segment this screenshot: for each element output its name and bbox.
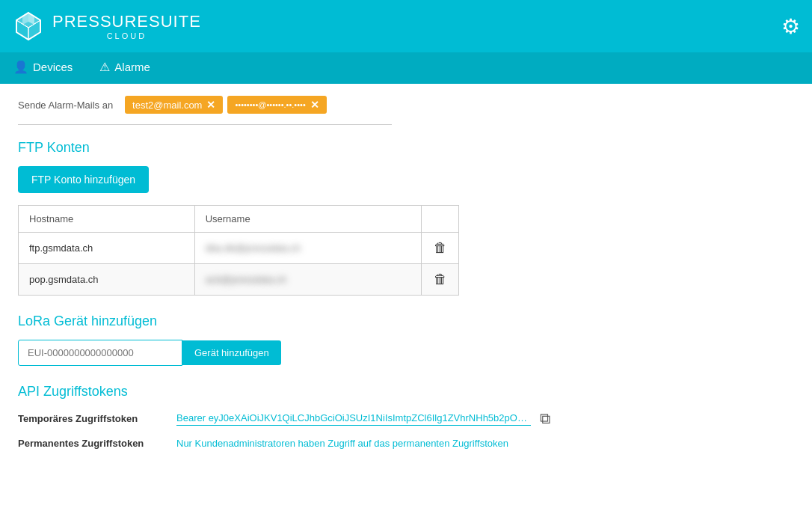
col-hostname: Hostname bbox=[19, 206, 195, 233]
nav-item-alarme[interactable]: ⚠ Alarme bbox=[86, 52, 164, 84]
alarm-mails-label: Sende Alarm-Mails an bbox=[18, 100, 113, 111]
logo-name: PRESSURESUITE bbox=[52, 12, 201, 31]
ftp-hostname-1: pop.gsmdata.ch bbox=[19, 264, 195, 296]
main-content: Sende Alarm-Mails an test2@mail.com ✕ ••… bbox=[0, 84, 568, 476]
devices-icon: 👤 bbox=[13, 60, 28, 74]
ftp-hostname-0: ftp.gsmdata.ch bbox=[19, 233, 195, 264]
nav-item-devices[interactable]: 👤 Devices bbox=[0, 52, 86, 84]
lora-input-row: Gerät hinzufügen bbox=[18, 340, 550, 366]
add-ftp-button[interactable]: FTP Konto hinzufügen bbox=[18, 166, 149, 193]
ftp-username-1: acb@pressdata.ch bbox=[194, 264, 421, 296]
col-actions bbox=[422, 206, 459, 233]
alarm-icon: ⚠ bbox=[99, 60, 110, 74]
delete-ftp-0-button[interactable]: 🗑 bbox=[434, 240, 447, 255]
ftp-section-title: FTP Konten bbox=[18, 140, 550, 156]
ftp-username-1-value: acb@pressdata.ch bbox=[206, 274, 287, 285]
nav-label-alarme: Alarme bbox=[114, 61, 150, 73]
ftp-table: Hostname Username ftp.gsmdata.ch dba.db@… bbox=[18, 205, 459, 296]
perm-token-label: Permanentes Zugriffstoken bbox=[18, 438, 167, 449]
table-row: pop.gsmdata.ch acb@pressdata.ch 🗑 bbox=[19, 264, 459, 296]
lora-section-title: LoRa Gerät hinzufügen bbox=[18, 313, 550, 329]
temp-token-label: Temporäres Zugriffstoken bbox=[18, 413, 167, 424]
add-lora-button[interactable]: Gerät hinzufügen bbox=[182, 340, 281, 365]
email-tags: test2@mail.com ✕ ••••••••@••••••.••.••••… bbox=[125, 96, 327, 114]
email-tag-1: ••••••••@••••••.••.•••• ✕ bbox=[227, 96, 326, 114]
delete-ftp-1-button[interactable]: 🗑 bbox=[434, 272, 447, 287]
app-header: PRESSURESUITE CLOUD ⚙ bbox=[0, 0, 812, 52]
logo-sub: CLOUD bbox=[52, 31, 201, 40]
lora-section: LoRa Gerät hinzufügen Gerät hinzufügen bbox=[18, 313, 550, 366]
settings-icon[interactable]: ⚙ bbox=[781, 14, 800, 39]
col-username: Username bbox=[194, 206, 421, 233]
logo-light: SUITE bbox=[149, 12, 201, 31]
ftp-delete-1-cell: 🗑 bbox=[422, 264, 459, 296]
nav-label-devices: Devices bbox=[33, 61, 73, 73]
ftp-section: FTP Konten FTP Konto hinzufügen Hostname… bbox=[18, 140, 550, 296]
email-tag-1-value: ••••••••@••••••.••.•••• bbox=[235, 100, 305, 109]
table-row: ftp.gsmdata.ch dba.db@pressdata.ch 🗑 bbox=[19, 233, 459, 264]
temp-token-row: Temporäres Zugriffstoken Bearer eyJ0eXAi… bbox=[18, 410, 550, 427]
alarm-mails-section: Sende Alarm-Mails an test2@mail.com ✕ ••… bbox=[18, 96, 550, 125]
ftp-username-0-value: dba.db@pressdata.ch bbox=[206, 242, 301, 254]
api-section-title: API Zugriffstokens bbox=[18, 384, 550, 400]
logo-bold: PRESSURE bbox=[52, 12, 149, 31]
email-tag-0-value: test2@mail.com bbox=[132, 100, 202, 111]
ftp-username-0: dba.db@pressdata.ch bbox=[194, 233, 421, 264]
logo-icon bbox=[12, 10, 45, 43]
temp-token-value: Bearer eyJ0eXAiOiJKV1QiLCJhbGciOiJSUzI1N… bbox=[176, 412, 531, 426]
ftp-delete-0-cell: 🗑 bbox=[422, 233, 459, 264]
email-tag-0-close[interactable]: ✕ bbox=[206, 99, 215, 111]
navbar: 👤 Devices ⚠ Alarme bbox=[0, 52, 812, 84]
copy-token-button[interactable]: ⧉ bbox=[540, 410, 550, 427]
api-section: API Zugriffstokens Temporäres Zugriffsto… bbox=[18, 384, 550, 449]
perm-token-row: Permanentes Zugriffstoken Nur Kundenadmi… bbox=[18, 438, 550, 449]
email-tag-0: test2@mail.com ✕ bbox=[125, 96, 223, 114]
email-tag-1-close[interactable]: ✕ bbox=[310, 99, 319, 111]
lora-eui-input[interactable] bbox=[18, 340, 182, 366]
divider bbox=[18, 124, 392, 125]
logo-area: PRESSURESUITE CLOUD bbox=[12, 10, 201, 43]
logo-text: PRESSURESUITE CLOUD bbox=[52, 12, 201, 40]
perm-token-note: Nur Kundenadministratoren haben Zugriff … bbox=[176, 438, 508, 449]
